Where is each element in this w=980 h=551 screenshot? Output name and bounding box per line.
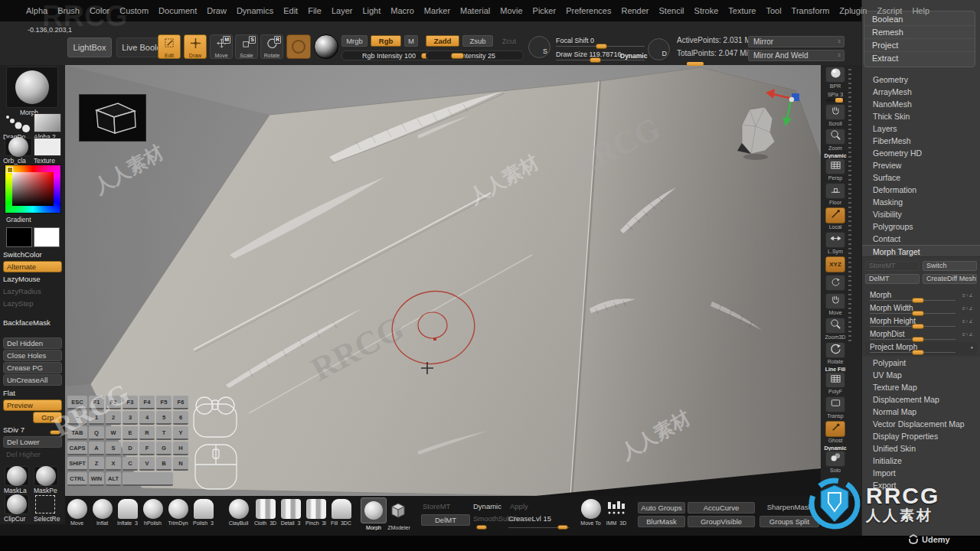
edit-mode-button[interactable]: Edit <box>158 34 181 59</box>
menu-zplugin[interactable]: Zplugin <box>839 6 867 15</box>
brush-thumbnail-maskpen[interactable] <box>34 466 58 486</box>
panel-section-preview[interactable]: Preview <box>862 159 980 171</box>
key-z[interactable]: Z <box>89 457 104 471</box>
menu-transform[interactable]: Transform <box>792 6 830 15</box>
slider-knob[interactable] <box>451 53 464 59</box>
switch-button[interactable]: Switch <box>923 261 977 271</box>
xyz-button[interactable]: XYZ <box>825 256 845 272</box>
slider-knob[interactable] <box>596 44 607 49</box>
button-accucurve[interactable]: AccuCurve <box>688 502 755 514</box>
panel-section-surface[interactable]: Surface <box>862 171 980 184</box>
apply-button[interactable]: Apply <box>510 502 528 510</box>
del-mt-button[interactable]: DelMT <box>421 514 470 526</box>
lp-switchcolor[interactable]: SwitchColor <box>3 249 62 260</box>
pivot-button[interactable] <box>825 275 845 291</box>
creatediff-mesh-button[interactable]: CreateDiff Mesh <box>923 274 977 284</box>
key-r[interactable]: R <box>139 426 155 440</box>
key-item[interactable] <box>122 472 173 486</box>
brush-trimdyn[interactable]: TrimDyn <box>165 499 191 526</box>
move-mode-button[interactable]: M Move <box>210 34 233 59</box>
brush-thumbnail-clipcurve[interactable] <box>5 494 29 514</box>
panel-section-geometry-hd[interactable]: Geometry HD <box>862 147 980 159</box>
panel-section-remesh[interactable]: Remesh <box>864 26 975 39</box>
panel-section-vector-displacement-map[interactable]: Vector Displacement Map <box>862 418 980 430</box>
panel-section-nanomesh[interactable]: NanoMesh <box>862 98 980 110</box>
brush-polish-3[interactable]: Polish_3 <box>191 499 216 526</box>
panel-section-geometry[interactable]: Geometry <box>862 73 980 86</box>
panel-section-texture-map[interactable]: Texture Map <box>862 381 980 393</box>
key-item[interactable]: ~ <box>67 411 87 425</box>
panel-section-extract[interactable]: Extract <box>864 52 975 65</box>
menu-color[interactable]: Color <box>90 6 109 15</box>
button-blurmask[interactable]: BlurMask <box>638 516 685 527</box>
slider-knob[interactable] <box>50 430 60 435</box>
panel-section-fibermesh[interactable]: FiberMesh <box>862 135 980 147</box>
material-sphere-button[interactable] <box>314 34 338 59</box>
key-g[interactable]: G <box>156 442 172 455</box>
brush-claybuil[interactable]: ClayBuil <box>226 499 251 526</box>
panel-section-layers[interactable]: Layers <box>862 122 980 135</box>
panel-section-displacement-map[interactable]: Displacement Map <box>862 393 980 406</box>
key-5[interactable]: 5 <box>156 411 172 425</box>
brush-move-to[interactable]: Move To <box>578 499 603 526</box>
key-shift[interactable]: SHIFT <box>67 457 87 471</box>
key-f6[interactable]: F6 <box>173 396 188 409</box>
lp-uncreaseall[interactable]: UnCreaseAll <box>3 374 62 386</box>
slider-knob[interactable] <box>912 337 924 342</box>
lp-lazymouse[interactable]: LazyMouse <box>3 273 62 285</box>
panel-section-polygroups[interactable]: Polygroups <box>862 220 980 233</box>
move-button[interactable] <box>825 293 845 309</box>
polyf-button[interactable] <box>825 372 845 388</box>
lp-alternate[interactable]: Alternate <box>3 261 62 272</box>
key-f3[interactable]: F3 <box>122 396 138 409</box>
local-button[interactable] <box>825 207 845 223</box>
key-ctrl[interactable]: CTRL <box>67 472 87 486</box>
menu-stroke[interactable]: Stroke <box>694 6 719 15</box>
slider-knob[interactable] <box>912 298 924 303</box>
texture-thumbnail[interactable] <box>34 138 61 156</box>
slider-morphdist[interactable]: MorphDist≡↑∠ <box>865 329 977 342</box>
panel-section-arraymesh[interactable]: ArrayMesh <box>862 86 980 98</box>
key-3[interactable]: 3 <box>122 411 138 425</box>
menu-light[interactable]: Light <box>362 6 381 15</box>
brush-cloth-3d[interactable]: Cloth_3D <box>253 499 278 526</box>
lp-lazyradius[interactable]: LazyRadius <box>3 285 62 297</box>
menu-help[interactable]: Help <box>912 6 929 15</box>
brush-inflate-3[interactable]: Inflate_3 <box>115 499 140 526</box>
stroke-icon[interactable]: S <box>528 36 550 58</box>
key-win[interactable]: WIN <box>89 472 104 486</box>
lp-sdiv-7[interactable]: SDiv 7 <box>3 424 62 435</box>
slider-knob[interactable] <box>590 57 601 63</box>
dynamic-toggle[interactable]: Dynamic <box>473 502 501 510</box>
brush-pinch-3l[interactable]: Pinch_3l <box>303 499 328 526</box>
key-6[interactable]: 6 <box>173 411 188 425</box>
mirror-and-weld-button[interactable]: Mirror And Weld≡ <box>748 50 844 61</box>
brush-hpolish[interactable]: hPolish <box>140 499 165 526</box>
menu-render[interactable]: Render <box>621 6 648 15</box>
menu-texture[interactable]: Texture <box>728 6 756 15</box>
key-w[interactable]: W <box>106 426 121 440</box>
key-f2[interactable]: F2 <box>106 396 121 409</box>
button-auto-groups[interactable]: Auto Groups <box>638 502 685 514</box>
menu-draw[interactable]: Draw <box>207 6 227 15</box>
key-q[interactable]: Q <box>89 426 104 440</box>
alpha-thumbnail[interactable] <box>34 113 61 132</box>
key-4[interactable]: 4 <box>139 411 155 425</box>
key-x[interactable]: X <box>106 457 121 471</box>
menu-alpha[interactable]: Alpha <box>26 6 47 15</box>
key-f4[interactable]: F4 <box>139 396 155 409</box>
zadd-button[interactable]: Zadd <box>426 35 459 47</box>
rotate-button[interactable] <box>825 342 845 358</box>
rgb-button[interactable]: Rgb <box>371 35 401 47</box>
menu-tool[interactable]: Tool <box>766 6 781 15</box>
panel-section-project[interactable]: Project <box>864 39 975 52</box>
lp-del-lower[interactable]: Del Lower <box>3 436 62 448</box>
menu-layer[interactable]: Layer <box>332 6 353 15</box>
menu-custom[interactable]: Custom <box>119 6 149 15</box>
l-sym-button[interactable] <box>825 232 845 248</box>
scroll-dots[interactable] <box>848 69 851 344</box>
color-picker[interactable] <box>5 165 61 214</box>
crease-lvl-slider[interactable]: CreaseLvl 15 <box>508 514 551 523</box>
panel-section-normal-map[interactable]: Normal Map <box>862 406 980 418</box>
zsub-button[interactable]: Zsub <box>462 35 493 47</box>
